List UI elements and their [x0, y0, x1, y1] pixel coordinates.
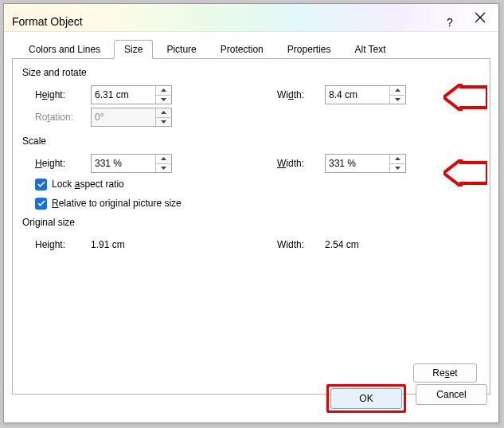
tab-size[interactable]: Size — [114, 40, 153, 59]
chevron-up-icon — [395, 88, 400, 92]
chevron-down-icon — [161, 167, 166, 170]
height-input[interactable] — [92, 86, 155, 104]
rotation-input — [92, 108, 155, 126]
original-width-label: Width: — [277, 239, 325, 250]
lock-aspect-label: Lock aspect ratio — [52, 179, 124, 190]
scale-height-input[interactable] — [92, 155, 155, 172]
close-icon — [475, 12, 486, 23]
chevron-up-icon — [161, 88, 166, 92]
scale-width-input[interactable] — [326, 155, 389, 172]
close-button[interactable] — [471, 9, 489, 26]
width-input[interactable] — [326, 86, 389, 104]
relative-original-label: Relative to original picture size — [52, 198, 182, 209]
lock-aspect-checkbox[interactable] — [35, 179, 47, 190]
ok-highlight-annotation: OK — [326, 384, 406, 413]
rotation-spin-arrows — [155, 108, 170, 126]
scale-height-spin-down[interactable] — [156, 164, 170, 173]
height-spin-up[interactable] — [156, 86, 170, 96]
size-panel: Size and rotate Height: Width: — [12, 58, 490, 395]
tab-alt-text[interactable]: Alt Text — [345, 40, 397, 59]
scale-width-spinner[interactable] — [325, 154, 406, 173]
check-icon — [37, 200, 45, 206]
height-label: Height: — [22, 89, 91, 100]
chevron-up-icon — [161, 157, 166, 160]
width-spin-down[interactable] — [390, 96, 404, 104]
rotation-spinner — [91, 108, 172, 127]
format-object-dialog: Format Object ? Colors and Lines Size Pi… — [3, 3, 499, 423]
height-spin-down[interactable] — [156, 96, 170, 104]
scale-height-spin-arrows[interactable] — [155, 155, 170, 172]
scale-width-label: Width: — [277, 158, 325, 169]
tab-picture[interactable]: Picture — [156, 40, 206, 59]
tab-strip: Colors and Lines Size Picture Protection… — [18, 39, 490, 58]
scale-height-spinner[interactable] — [91, 154, 172, 173]
scale-height-label: Height: — [22, 158, 91, 169]
original-width-value: 2.54 cm — [325, 239, 359, 250]
height-spin-arrows[interactable] — [155, 86, 170, 104]
rotation-spin-up — [156, 108, 170, 118]
section-original-size: Original size — [22, 217, 480, 228]
section-scale: Scale — [22, 135, 480, 147]
scale-width-spin-arrows[interactable] — [389, 155, 404, 172]
chevron-down-icon — [395, 98, 400, 101]
rotation-label: Rotation: — [22, 112, 91, 123]
section-size-and-rotate: Size and rotate — [22, 67, 480, 78]
scale-height-spin-up[interactable] — [156, 155, 170, 164]
rotation-spin-down — [156, 118, 170, 127]
ok-button[interactable]: OK — [330, 388, 402, 409]
relative-original-checkbox[interactable] — [35, 198, 47, 210]
annotation-arrow-scale-width — [443, 159, 487, 187]
cancel-button[interactable]: Cancel — [416, 384, 487, 405]
width-spin-arrows[interactable] — [389, 86, 404, 104]
chevron-up-icon — [395, 157, 400, 160]
chevron-down-icon — [161, 98, 166, 101]
width-label: Width: — [277, 89, 325, 100]
height-spinner[interactable] — [91, 85, 172, 104]
scale-width-spin-down[interactable] — [390, 164, 404, 173]
width-spin-up[interactable] — [390, 86, 404, 96]
original-height-label: Height: — [22, 239, 91, 250]
dialog-title: Format Object — [12, 8, 83, 35]
dialog-footer: OK Cancel — [326, 384, 487, 413]
check-icon — [37, 181, 45, 187]
tab-protection[interactable]: Protection — [210, 40, 274, 59]
annotation-arrow-width — [443, 84, 487, 111]
chevron-up-icon — [161, 111, 166, 114]
tab-colors-and-lines[interactable]: Colors and Lines — [18, 40, 111, 59]
original-height-value: 1.91 cm — [91, 239, 125, 250]
width-spinner[interactable] — [325, 85, 406, 104]
scale-width-spin-up[interactable] — [390, 155, 404, 164]
chevron-down-icon — [161, 120, 166, 124]
help-button[interactable]: ? — [441, 9, 459, 26]
reset-button[interactable]: Reset — [413, 363, 477, 383]
chevron-down-icon — [395, 167, 400, 170]
titlebar: Format Object ? — [4, 4, 498, 32]
dialog-content: Colors and Lines Size Picture Protection… — [12, 39, 490, 384]
tab-properties[interactable]: Properties — [277, 40, 342, 59]
